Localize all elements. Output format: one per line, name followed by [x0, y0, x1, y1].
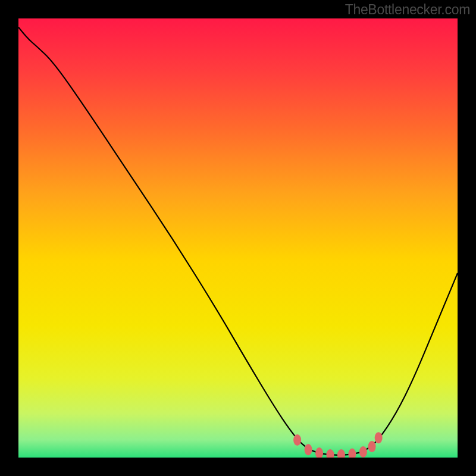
marker-dot: [305, 444, 312, 455]
watermark-text: TheBottlenecker.com: [345, 2, 470, 18]
gradient-background: [18, 18, 458, 458]
marker-dot: [293, 434, 301, 446]
chart-svg: [18, 18, 458, 458]
marker-dot: [375, 432, 383, 443]
marker-dot: [359, 446, 367, 458]
chart-container: TheBottlenecker.com: [0, 0, 476, 476]
plot-area: [18, 18, 458, 458]
marker-dot: [368, 441, 376, 452]
